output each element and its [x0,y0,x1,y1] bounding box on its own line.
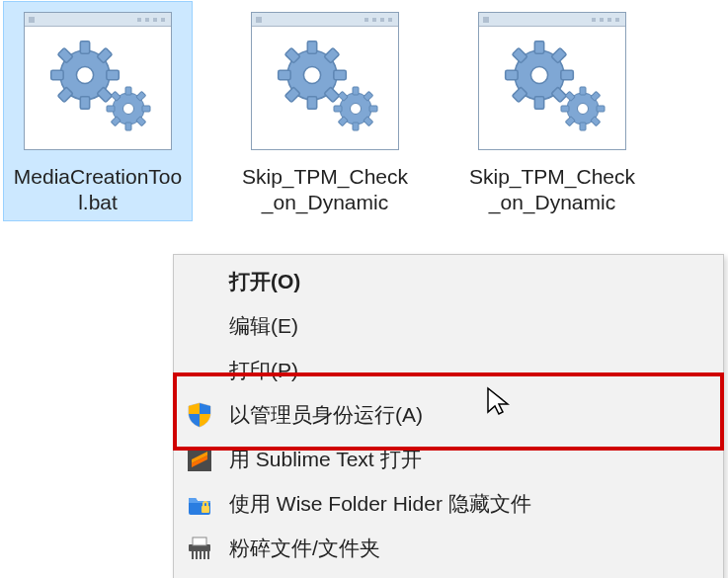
shield-uac-icon [184,399,215,431]
file-item[interactable]: Skip_TPM_Check_on_Dynamic [231,2,419,220]
menu-sublime[interactable]: 用 Sublime Text 打开 [174,437,723,481]
blank-icon [184,266,215,297]
menu-print[interactable]: 打印(P) [174,348,723,392]
bat-file-icon [473,12,631,160]
menu-wise-hider[interactable]: 使用 Wise Folder Hider 隐藏文件 [174,481,723,526]
file-grid: MediaCreationTool.bat Skip_TPM_Check_on_… [0,0,728,222]
folder-lock-icon [184,488,215,520]
bat-file-icon [19,12,177,160]
menu-7zip[interactable]: 7z 7-Zip [174,570,723,578]
context-menu: 打开(O) 编辑(E) 打印(P) 以管理员身份运行(A) [173,254,724,578]
blank-icon [184,355,215,386]
menu-run-as-admin[interactable]: 以管理员身份运行(A) [174,392,723,437]
svg-rect-11 [202,506,209,513]
svg-rect-13 [193,537,206,545]
blank-icon [184,310,215,342]
bat-file-icon [246,12,404,160]
file-label: Skip_TPM_Check_on_Dynamic [462,164,642,216]
menu-shred[interactable]: 粉碎文件/文件夹 [174,526,723,570]
menu-open[interactable]: 打开(O) [174,259,723,303]
file-label: Skip_TPM_Check_on_Dynamic [235,164,415,216]
menu-edit[interactable]: 编辑(E) [174,303,723,348]
shredder-icon [184,533,215,564]
file-item[interactable]: Skip_TPM_Check_on_Dynamic [458,2,646,220]
file-item[interactable]: MediaCreationTool.bat [4,2,192,220]
sublime-icon [184,444,215,475]
file-label: MediaCreationTool.bat [8,164,188,216]
